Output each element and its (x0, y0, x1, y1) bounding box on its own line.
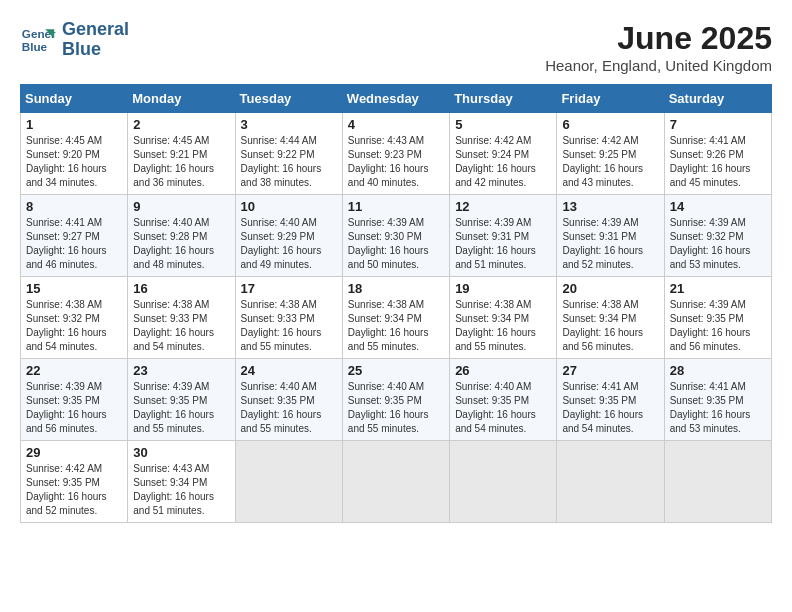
sunset-label: Sunset: 9:27 PM (26, 231, 100, 242)
day-number: 8 (26, 199, 122, 214)
sunset-label: Sunset: 9:35 PM (348, 395, 422, 406)
calendar-week-row: 8 Sunrise: 4:41 AM Sunset: 9:27 PM Dayli… (21, 195, 772, 277)
daylight-label: Daylight: 16 hours and 56 minutes. (26, 409, 107, 434)
sunset-label: Sunset: 9:35 PM (670, 313, 744, 324)
day-info: Sunrise: 4:39 AM Sunset: 9:35 PM Dayligh… (133, 380, 229, 436)
sunrise-label: Sunrise: 4:38 AM (562, 299, 638, 310)
day-info: Sunrise: 4:45 AM Sunset: 9:21 PM Dayligh… (133, 134, 229, 190)
calendar-day-cell: 6 Sunrise: 4:42 AM Sunset: 9:25 PM Dayli… (557, 113, 664, 195)
day-number: 24 (241, 363, 337, 378)
calendar-day-cell (664, 441, 771, 523)
sunrise-label: Sunrise: 4:42 AM (562, 135, 638, 146)
calendar-day-cell: 14 Sunrise: 4:39 AM Sunset: 9:32 PM Dayl… (664, 195, 771, 277)
day-info: Sunrise: 4:39 AM Sunset: 9:35 PM Dayligh… (26, 380, 122, 436)
calendar-day-cell: 11 Sunrise: 4:39 AM Sunset: 9:30 PM Dayl… (342, 195, 449, 277)
day-info: Sunrise: 4:39 AM Sunset: 9:35 PM Dayligh… (670, 298, 766, 354)
sunrise-label: Sunrise: 4:39 AM (26, 381, 102, 392)
calendar-body: 1 Sunrise: 4:45 AM Sunset: 9:20 PM Dayli… (21, 113, 772, 523)
sunset-label: Sunset: 9:35 PM (670, 395, 744, 406)
daylight-label: Daylight: 16 hours and 56 minutes. (670, 327, 751, 352)
day-number: 28 (670, 363, 766, 378)
day-info: Sunrise: 4:41 AM Sunset: 9:35 PM Dayligh… (562, 380, 658, 436)
location-title: Heanor, England, United Kingdom (545, 57, 772, 74)
sunrise-label: Sunrise: 4:39 AM (348, 217, 424, 228)
day-info: Sunrise: 4:41 AM Sunset: 9:26 PM Dayligh… (670, 134, 766, 190)
sunset-label: Sunset: 9:31 PM (455, 231, 529, 242)
day-info: Sunrise: 4:41 AM Sunset: 9:27 PM Dayligh… (26, 216, 122, 272)
day-info: Sunrise: 4:38 AM Sunset: 9:32 PM Dayligh… (26, 298, 122, 354)
day-number: 3 (241, 117, 337, 132)
day-number: 17 (241, 281, 337, 296)
sunset-label: Sunset: 9:34 PM (133, 477, 207, 488)
calendar-day-cell: 20 Sunrise: 4:38 AM Sunset: 9:34 PM Dayl… (557, 277, 664, 359)
sunrise-label: Sunrise: 4:44 AM (241, 135, 317, 146)
sunrise-label: Sunrise: 4:45 AM (26, 135, 102, 146)
sunrise-label: Sunrise: 4:41 AM (26, 217, 102, 228)
daylight-label: Daylight: 16 hours and 52 minutes. (26, 491, 107, 516)
day-number: 16 (133, 281, 229, 296)
daylight-label: Daylight: 16 hours and 53 minutes. (670, 245, 751, 270)
sunrise-label: Sunrise: 4:38 AM (133, 299, 209, 310)
day-number: 30 (133, 445, 229, 460)
calendar-day-cell (557, 441, 664, 523)
daylight-label: Daylight: 16 hours and 56 minutes. (562, 327, 643, 352)
sunrise-label: Sunrise: 4:41 AM (670, 135, 746, 146)
day-info: Sunrise: 4:40 AM Sunset: 9:35 PM Dayligh… (455, 380, 551, 436)
calendar-day-cell: 22 Sunrise: 4:39 AM Sunset: 9:35 PM Dayl… (21, 359, 128, 441)
calendar-week-row: 29 Sunrise: 4:42 AM Sunset: 9:35 PM Dayl… (21, 441, 772, 523)
sunrise-label: Sunrise: 4:43 AM (133, 463, 209, 474)
calendar-table: Sunday Monday Tuesday Wednesday Thursday… (20, 84, 772, 523)
calendar-day-cell: 29 Sunrise: 4:42 AM Sunset: 9:35 PM Dayl… (21, 441, 128, 523)
day-number: 4 (348, 117, 444, 132)
daylight-label: Daylight: 16 hours and 55 minutes. (133, 409, 214, 434)
calendar-day-cell: 30 Sunrise: 4:43 AM Sunset: 9:34 PM Dayl… (128, 441, 235, 523)
logo: General Blue General Blue (20, 20, 129, 60)
day-info: Sunrise: 4:38 AM Sunset: 9:33 PM Dayligh… (241, 298, 337, 354)
calendar-header: Sunday Monday Tuesday Wednesday Thursday… (21, 85, 772, 113)
calendar-day-cell: 26 Sunrise: 4:40 AM Sunset: 9:35 PM Dayl… (450, 359, 557, 441)
calendar-day-cell: 25 Sunrise: 4:40 AM Sunset: 9:35 PM Dayl… (342, 359, 449, 441)
sunrise-label: Sunrise: 4:40 AM (455, 381, 531, 392)
sunrise-label: Sunrise: 4:39 AM (670, 299, 746, 310)
day-number: 20 (562, 281, 658, 296)
day-number: 21 (670, 281, 766, 296)
day-info: Sunrise: 4:38 AM Sunset: 9:34 PM Dayligh… (455, 298, 551, 354)
daylight-label: Daylight: 16 hours and 55 minutes. (241, 327, 322, 352)
sunrise-label: Sunrise: 4:41 AM (562, 381, 638, 392)
calendar-day-cell: 8 Sunrise: 4:41 AM Sunset: 9:27 PM Dayli… (21, 195, 128, 277)
calendar-day-cell: 9 Sunrise: 4:40 AM Sunset: 9:28 PM Dayli… (128, 195, 235, 277)
sunrise-label: Sunrise: 4:43 AM (348, 135, 424, 146)
daylight-label: Daylight: 16 hours and 55 minutes. (348, 409, 429, 434)
sunset-label: Sunset: 9:35 PM (26, 477, 100, 488)
day-number: 6 (562, 117, 658, 132)
header-tuesday: Tuesday (235, 85, 342, 113)
daylight-label: Daylight: 16 hours and 53 minutes. (670, 409, 751, 434)
sunset-label: Sunset: 9:34 PM (455, 313, 529, 324)
sunset-label: Sunset: 9:33 PM (133, 313, 207, 324)
calendar-day-cell: 19 Sunrise: 4:38 AM Sunset: 9:34 PM Dayl… (450, 277, 557, 359)
day-info: Sunrise: 4:38 AM Sunset: 9:34 PM Dayligh… (348, 298, 444, 354)
day-number: 11 (348, 199, 444, 214)
calendar-day-cell: 1 Sunrise: 4:45 AM Sunset: 9:20 PM Dayli… (21, 113, 128, 195)
calendar-week-row: 22 Sunrise: 4:39 AM Sunset: 9:35 PM Dayl… (21, 359, 772, 441)
sunset-label: Sunset: 9:35 PM (241, 395, 315, 406)
daylight-label: Daylight: 16 hours and 48 minutes. (133, 245, 214, 270)
daylight-label: Daylight: 16 hours and 55 minutes. (348, 327, 429, 352)
calendar-day-cell (450, 441, 557, 523)
general-blue-logo-icon: General Blue (20, 22, 56, 58)
day-info: Sunrise: 4:43 AM Sunset: 9:34 PM Dayligh… (133, 462, 229, 518)
day-info: Sunrise: 4:42 AM Sunset: 9:24 PM Dayligh… (455, 134, 551, 190)
daylight-label: Daylight: 16 hours and 43 minutes. (562, 163, 643, 188)
calendar-day-cell: 2 Sunrise: 4:45 AM Sunset: 9:21 PM Dayli… (128, 113, 235, 195)
daylight-label: Daylight: 16 hours and 54 minutes. (26, 327, 107, 352)
sunrise-label: Sunrise: 4:40 AM (348, 381, 424, 392)
day-number: 10 (241, 199, 337, 214)
header-wednesday: Wednesday (342, 85, 449, 113)
sunset-label: Sunset: 9:21 PM (133, 149, 207, 160)
sunrise-label: Sunrise: 4:42 AM (455, 135, 531, 146)
day-info: Sunrise: 4:40 AM Sunset: 9:35 PM Dayligh… (348, 380, 444, 436)
day-number: 5 (455, 117, 551, 132)
calendar-week-row: 1 Sunrise: 4:45 AM Sunset: 9:20 PM Dayli… (21, 113, 772, 195)
calendar-day-cell (342, 441, 449, 523)
sunrise-label: Sunrise: 4:40 AM (241, 381, 317, 392)
